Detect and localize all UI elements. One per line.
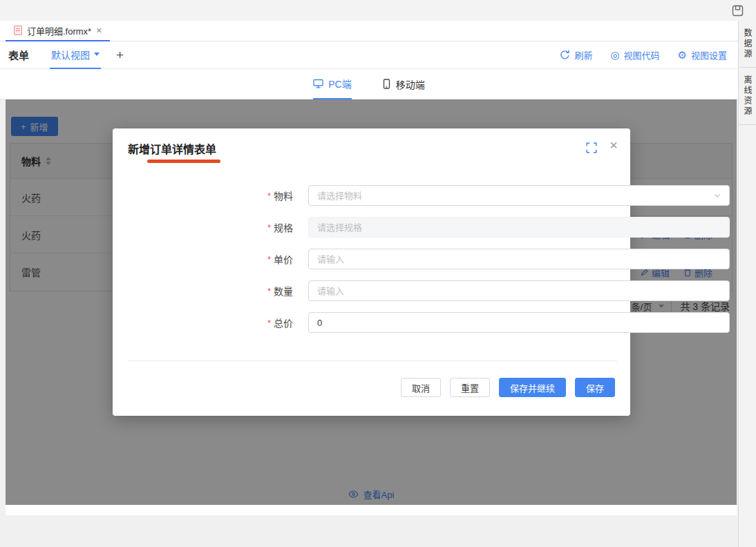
mobile-icon — [382, 79, 391, 89]
toolbar-right-group: 刷新 ◎ 视图代码 ⚙ 视图设置 — [560, 48, 738, 61]
chevron-down-icon — [713, 191, 721, 200]
field-label: * 数量 — [113, 280, 301, 301]
sidebar-item-label: 数据源 — [741, 28, 753, 59]
modal-footer-divider — [128, 361, 617, 361]
material-label: 物料 — [274, 189, 293, 202]
field-row-unit-price: * 单价 — [113, 249, 630, 269]
field-row-spec: * 规格 — [113, 217, 630, 238]
document-tab-bar: 订单明细.formx* × — [0, 21, 738, 41]
add-order-detail-modal: 新增订单详情表单 × * 物料 * 规格 * 单价 — [113, 128, 630, 416]
required-asterisk: * — [267, 286, 271, 296]
required-asterisk: * — [267, 191, 271, 201]
view-settings-label: 视图设置 — [691, 48, 727, 61]
field-label: * 单价 — [113, 249, 301, 269]
refresh-label: 刷新 — [574, 48, 592, 61]
add-view-button[interactable]: + — [116, 48, 124, 63]
app-window: 数据源 离线资源 订单明细.formx* × 表单 默认视图 + — [0, 0, 756, 547]
gear-icon: ⚙ — [678, 50, 687, 60]
field-row-total-price: * 总价 — [113, 312, 630, 333]
save-and-continue-button[interactable]: 保存并继续 — [499, 378, 566, 397]
main-column: 订单明细.formx* × 表单 默认视图 + 刷新 — [0, 21, 738, 99]
view-selector-label: 默认视图 — [51, 48, 90, 61]
tab-mobile[interactable]: 移动端 — [382, 69, 425, 99]
field-row-material: * 物料 — [113, 185, 630, 206]
total-price-input[interactable] — [308, 312, 730, 333]
close-icon[interactable]: × — [609, 138, 618, 152]
field-label: * 总价 — [113, 312, 301, 333]
view-selector-dropdown[interactable]: 默认视图 — [50, 41, 101, 69]
field-label: * 物料 — [113, 185, 301, 206]
required-asterisk: * — [267, 222, 271, 233]
toolbar: 表单 默认视图 + 刷新 ◎ 视图代码 ⚙ — [0, 41, 738, 69]
document-tab[interactable]: 订单明细.formx* × — [6, 21, 110, 41]
tab-mobile-label: 移动端 — [396, 77, 425, 91]
sidebar-item-data-source[interactable]: 数据源 — [739, 21, 756, 68]
quantity-input[interactable] — [308, 280, 730, 301]
unit-price-input[interactable] — [308, 249, 730, 269]
spec-label: 规格 — [274, 220, 293, 234]
sidebar-item-label: 离线资源 — [741, 75, 753, 117]
required-asterisk: * — [267, 254, 271, 265]
bottom-area — [0, 536, 738, 547]
sidebar-item-offline-resources[interactable]: 离线资源 — [739, 68, 756, 125]
red-marker-annotation — [147, 160, 220, 163]
tab-pc-label: PC端 — [328, 77, 351, 90]
material-select[interactable] — [308, 185, 730, 206]
view-code-button[interactable]: ◎ 视图代码 — [610, 48, 659, 61]
document-tab-title: 订单明细.formx* — [27, 24, 91, 37]
required-asterisk: * — [267, 318, 271, 328]
tab-pc[interactable]: PC端 — [313, 69, 351, 99]
field-label: * 规格 — [113, 217, 301, 238]
view-code-icon: ◎ — [610, 50, 619, 60]
reset-button[interactable]: 重置 — [450, 378, 490, 397]
unit-price-label: 单价 — [274, 252, 293, 266]
view-code-label: 视图代码 — [624, 48, 660, 61]
document-icon — [14, 26, 22, 35]
view-settings-button[interactable]: ⚙ 视图设置 — [678, 48, 727, 61]
quantity-label: 数量 — [274, 284, 293, 298]
right-sidebar: 数据源 离线资源 — [738, 21, 756, 547]
field-row-quantity: * 数量 — [113, 280, 630, 301]
spec-select — [308, 217, 730, 238]
modal-footer: 取消 重置 保存并继续 保存 — [401, 378, 615, 397]
refresh-button[interactable]: 刷新 — [560, 48, 592, 61]
refresh-icon — [560, 50, 570, 60]
total-price-label: 总价 — [274, 316, 293, 329]
device-tab-bar: PC端 移动端 — [0, 69, 738, 99]
save-icon[interactable] — [732, 5, 744, 17]
save-button[interactable]: 保存 — [575, 378, 615, 397]
monitor-icon — [313, 79, 323, 88]
tab-close-icon[interactable]: × — [96, 26, 102, 35]
chevron-down-icon — [94, 52, 100, 56]
fullscreen-icon[interactable] — [586, 142, 597, 153]
form-mode-label[interactable]: 表单 — [8, 48, 29, 62]
cancel-button[interactable]: 取消 — [401, 378, 441, 397]
top-strip — [0, 0, 756, 21]
modal-title: 新增订单详情表单 — [128, 140, 216, 157]
